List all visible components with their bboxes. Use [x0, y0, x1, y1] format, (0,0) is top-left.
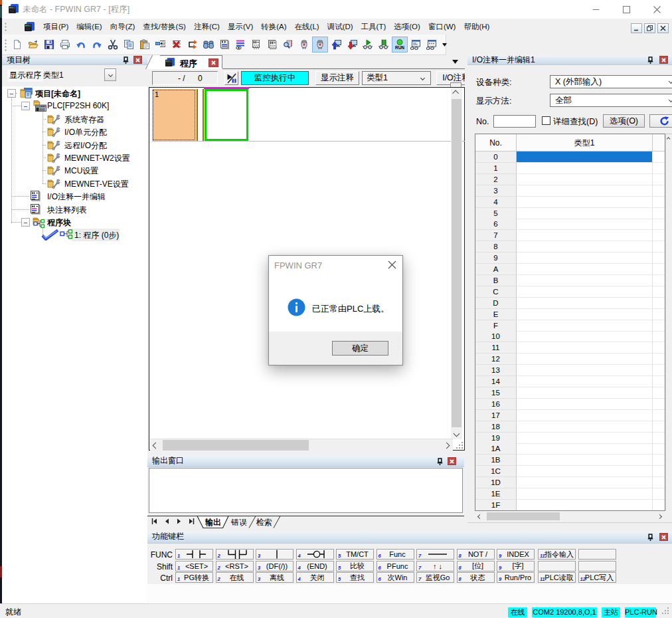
table-row-1E[interactable]: 1E — [475, 488, 665, 500]
device-monitor-button[interactable] — [424, 37, 440, 52]
upload-from-plc-button[interactable] — [328, 37, 344, 52]
io-panel-close-button[interactable] — [659, 56, 668, 64]
menu-窗口[interactable]: 窗口(W) — [424, 19, 460, 35]
row-comment-cell[interactable] — [517, 433, 653, 444]
tab-list-dropdown[interactable] — [452, 60, 458, 64]
table-row-2[interactable]: 2 — [475, 174, 665, 185]
row-comment-cell[interactable] — [517, 320, 653, 332]
tree-expander-minus[interactable] — [21, 218, 30, 227]
tree-item-I/O注释一并编辑[interactable]: I/O注释一并编辑 — [2, 190, 147, 203]
table-row-11[interactable]: 11 — [475, 342, 665, 354]
row-comment-cell[interactable] — [517, 264, 653, 275]
open-file-button[interactable] — [25, 37, 41, 52]
row-comment-cell[interactable] — [517, 197, 653, 208]
save-button[interactable] — [41, 37, 57, 52]
table-row-15[interactable]: 15 — [475, 387, 665, 399]
fkey-ctrl-状态[interactable]: 8状态 — [457, 572, 495, 583]
row-comment-cell[interactable] — [517, 152, 653, 163]
display-method-select[interactable]: 全部 — [550, 94, 672, 107]
fkey-func-contact-or[interactable]: 2 — [216, 549, 254, 560]
fkey-func-Func[interactable]: 6Func — [377, 549, 414, 560]
comment-type-select[interactable]: 类型1 — [362, 71, 431, 85]
fkey-shift-f11[interactable] — [578, 561, 616, 571]
fkey-ctrl-在线[interactable]: 2在线 — [216, 572, 254, 583]
mdi-minimize-button[interactable] — [631, 23, 642, 33]
menu-编辑[interactable]: 编辑(E) — [72, 19, 106, 35]
table-row-B[interactable]: B — [475, 275, 665, 286]
table-row-1C[interactable]: 1C — [475, 466, 665, 477]
table-row-1B[interactable]: 1B — [475, 455, 665, 466]
pin-icon[interactable] — [123, 56, 129, 64]
fkey-shift-<SET>[interactable]: 1<SET> — [175, 561, 213, 571]
find-button[interactable] — [201, 37, 216, 52]
table-row-17[interactable]: 17 — [475, 410, 665, 421]
ok-button[interactable]: 确定 — [332, 341, 388, 356]
options-button[interactable]: 选项(O) — [603, 114, 645, 128]
menu-查找/替换[interactable]: 查找/替换(S) — [139, 19, 190, 35]
device-type-select[interactable]: X (外部输入) — [550, 75, 672, 88]
row-comment-cell[interactable] — [517, 477, 653, 488]
project-tree-close-button[interactable] — [133, 56, 142, 64]
table-row-1[interactable]: 1 — [475, 163, 665, 174]
fkey-shift-[位][interactable]: 8[位] — [457, 561, 495, 571]
tree-item-系统寄存器[interactable]: 系统寄存器 — [2, 113, 147, 126]
comment-display-button[interactable] — [232, 37, 248, 52]
row-comment-cell[interactable] — [517, 466, 653, 477]
program-verify-button[interactable] — [280, 37, 296, 52]
menu-向导[interactable]: 向导(Z) — [106, 19, 139, 35]
table-row-4[interactable]: 4 — [475, 197, 665, 208]
menu-工具[interactable]: 工具(T) — [357, 19, 390, 35]
table-row-8[interactable]: 8 — [475, 241, 665, 253]
menu-选项[interactable]: 选项(O) — [390, 19, 424, 35]
table-row-F[interactable]: F — [475, 320, 665, 332]
fkey-func-vline[interactable]: 3 — [256, 549, 294, 560]
output-tab-检索[interactable]: 检索 — [251, 517, 278, 528]
offline-edit-button[interactable] — [248, 37, 264, 52]
table-row-9[interactable]: 9 — [475, 253, 665, 264]
output-tab-错误[interactable]: 错误 — [226, 517, 252, 528]
tree-item-项目[未命名][interactable]: 项目[未命名] — [2, 87, 147, 100]
row-comment-cell[interactable] — [517, 174, 653, 185]
scroll-left-button[interactable] — [475, 512, 484, 521]
table-row-1A[interactable]: 1A — [475, 443, 665, 455]
insert-row-button[interactable] — [153, 37, 169, 52]
refresh-button[interactable] — [649, 114, 672, 128]
minimize-button[interactable] — [580, 0, 611, 19]
editor-vertical-scrollbar[interactable] — [451, 88, 462, 439]
tree-item-1: 程序 (0步)[interactable]: 1: 程序 (0步) — [2, 229, 147, 241]
tree-item-I/O单元分配[interactable]: I/O单元分配 — [2, 126, 147, 138]
pin-icon[interactable] — [437, 458, 443, 466]
row-comment-cell[interactable] — [517, 230, 653, 241]
fkey-func-coil[interactable]: 4 — [296, 549, 334, 560]
fkey-func-NOT /[interactable]: 8NOT / — [457, 549, 495, 560]
tab-program[interactable]: 程序 — [152, 55, 222, 69]
scroll-down-button[interactable] — [451, 428, 462, 439]
column-header-no[interactable]: No. — [475, 134, 517, 152]
table-row-12[interactable]: 12 — [475, 354, 665, 365]
fkey-ctrl-PG转换[interactable]: 1PG转换 — [175, 572, 213, 583]
online-mode-button[interactable] — [312, 37, 328, 52]
fkey-func-f11[interactable] — [578, 549, 616, 560]
fkey-func-指令输入[interactable]: 11指令输入 — [538, 549, 576, 560]
row-comment-cell[interactable] — [517, 354, 653, 365]
scroll-right-button[interactable] — [655, 512, 664, 521]
row-comment-cell[interactable] — [517, 410, 653, 421]
dialog-close-button[interactable] — [388, 260, 396, 269]
row-comment-cell[interactable] — [517, 455, 653, 466]
table-row-18[interactable]: 18 — [475, 421, 665, 433]
row-comment-cell[interactable] — [517, 500, 653, 510]
table-row-6[interactable]: 6 — [475, 219, 665, 230]
tree-item-PLC[FP2SH 60K][interactable]: PLC[FP2SH 60K] — [2, 100, 147, 112]
mdi-close-button[interactable] — [657, 23, 669, 33]
table-row-A[interactable]: A — [475, 264, 665, 275]
tree-item-块注释列表[interactable]: 块注释列表 — [2, 203, 147, 216]
scrollbar-thumb[interactable] — [452, 99, 462, 427]
fkey-shift-(END)[interactable]: 4(END) — [296, 561, 334, 571]
funcbar-close-button[interactable] — [659, 533, 668, 541]
tree-expander-minus[interactable] — [21, 102, 30, 110]
row-comment-cell[interactable] — [517, 331, 653, 342]
row-comment-cell[interactable] — [517, 208, 653, 219]
table-row-16[interactable]: 16 — [475, 399, 665, 410]
fkey-func-hline[interactable]: 7 — [416, 549, 454, 560]
row-comment-cell[interactable] — [517, 275, 653, 286]
